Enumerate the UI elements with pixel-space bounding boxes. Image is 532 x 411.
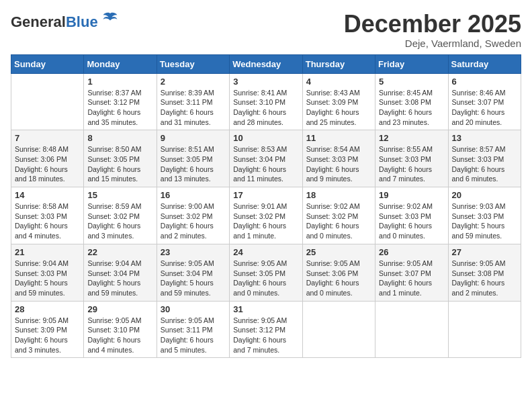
day-info: Sunrise: 9:05 AMSunset: 3:09 PMDaylight:… bbox=[15, 316, 80, 355]
header-wednesday: Wednesday bbox=[230, 54, 302, 73]
day-info: Sunrise: 9:05 AMSunset: 3:07 PMDaylight:… bbox=[379, 259, 444, 298]
day-number: 8 bbox=[87, 133, 152, 143]
day-info: Sunrise: 8:53 AMSunset: 3:04 PMDaylight:… bbox=[233, 144, 298, 184]
day-info: Sunrise: 8:45 AMSunset: 3:08 PMDaylight:… bbox=[379, 88, 444, 128]
day-info: Sunrise: 8:50 AMSunset: 3:05 PMDaylight:… bbox=[87, 144, 152, 184]
logo-blue-text: Blue bbox=[66, 13, 98, 30]
calendar-cell: 31Sunrise: 9:05 AMSunset: 3:12 PMDayligh… bbox=[230, 301, 302, 358]
calendar-cell: 19Sunrise: 9:02 AMSunset: 3:03 PMDayligh… bbox=[375, 187, 448, 244]
calendar-cell: 8Sunrise: 8:50 AMSunset: 3:05 PMDaylight… bbox=[84, 130, 157, 187]
day-info: Sunrise: 8:37 AMSunset: 3:12 PMDaylight:… bbox=[87, 88, 152, 128]
calendar-cell: 13Sunrise: 8:57 AMSunset: 3:03 PMDayligh… bbox=[448, 130, 521, 187]
calendar-week-row: 7Sunrise: 8:48 AMSunset: 3:06 PMDaylight… bbox=[11, 130, 521, 187]
calendar-table: SundayMondayTuesdayWednesdayThursdayFrid… bbox=[11, 54, 521, 359]
day-number: 22 bbox=[87, 247, 152, 257]
calendar-cell: 20Sunrise: 9:03 AMSunset: 3:03 PMDayligh… bbox=[448, 187, 521, 244]
calendar-cell: 27Sunrise: 9:05 AMSunset: 3:08 PMDayligh… bbox=[448, 244, 521, 301]
page-header: GeneralBlue December 2025 Deje, Vaermlan… bbox=[11, 11, 521, 49]
location-subtitle: Deje, Vaermland, Sweden bbox=[344, 38, 521, 49]
calendar-week-row: 21Sunrise: 9:04 AMSunset: 3:03 PMDayligh… bbox=[11, 244, 521, 301]
day-info: Sunrise: 9:05 AMSunset: 3:08 PMDaylight:… bbox=[452, 259, 517, 298]
day-number: 9 bbox=[161, 133, 226, 143]
day-number: 2 bbox=[161, 77, 226, 87]
day-number: 27 bbox=[452, 247, 517, 257]
month-title: December 2025 bbox=[344, 11, 521, 38]
header-monday: Monday bbox=[84, 54, 157, 73]
day-number: 30 bbox=[161, 304, 226, 314]
header-saturday: Saturday bbox=[448, 54, 521, 73]
calendar-cell: 25Sunrise: 9:05 AMSunset: 3:06 PMDayligh… bbox=[302, 244, 375, 301]
day-number: 6 bbox=[452, 77, 517, 87]
calendar-cell: 21Sunrise: 9:04 AMSunset: 3:03 PMDayligh… bbox=[11, 244, 84, 301]
calendar-cell: 30Sunrise: 9:05 AMSunset: 3:11 PMDayligh… bbox=[157, 301, 229, 358]
calendar-week-row: 1Sunrise: 8:37 AMSunset: 3:12 PMDaylight… bbox=[11, 73, 521, 130]
day-info: Sunrise: 8:57 AMSunset: 3:03 PMDaylight:… bbox=[452, 144, 517, 184]
day-info: Sunrise: 9:01 AMSunset: 3:02 PMDaylight:… bbox=[233, 201, 298, 241]
logo-general-text: General bbox=[11, 13, 66, 30]
day-info: Sunrise: 9:05 AMSunset: 3:11 PMDaylight:… bbox=[161, 316, 226, 355]
calendar-cell: 7Sunrise: 8:48 AMSunset: 3:06 PMDaylight… bbox=[11, 130, 84, 187]
header-tuesday: Tuesday bbox=[157, 54, 229, 73]
day-info: Sunrise: 8:43 AMSunset: 3:09 PMDaylight:… bbox=[306, 88, 371, 128]
calendar-cell: 29Sunrise: 9:05 AMSunset: 3:10 PMDayligh… bbox=[84, 301, 157, 358]
calendar-cell: 28Sunrise: 9:05 AMSunset: 3:09 PMDayligh… bbox=[11, 301, 84, 358]
day-number: 10 bbox=[233, 133, 298, 143]
calendar-cell: 16Sunrise: 9:00 AMSunset: 3:02 PMDayligh… bbox=[157, 187, 229, 244]
day-info: Sunrise: 8:46 AMSunset: 3:07 PMDaylight:… bbox=[452, 88, 517, 128]
calendar-cell: 12Sunrise: 8:55 AMSunset: 3:03 PMDayligh… bbox=[375, 130, 448, 187]
day-info: Sunrise: 9:02 AMSunset: 3:03 PMDaylight:… bbox=[379, 201, 444, 241]
day-number: 17 bbox=[233, 190, 298, 200]
day-number: 26 bbox=[379, 247, 444, 257]
day-number: 5 bbox=[379, 77, 444, 87]
day-info: Sunrise: 9:04 AMSunset: 3:03 PMDaylight:… bbox=[15, 259, 80, 298]
day-number: 7 bbox=[15, 133, 80, 143]
day-info: Sunrise: 8:39 AMSunset: 3:11 PMDaylight:… bbox=[161, 88, 226, 128]
calendar-cell bbox=[302, 301, 375, 358]
day-info: Sunrise: 9:03 AMSunset: 3:03 PMDaylight:… bbox=[452, 201, 517, 241]
calendar-cell: 4Sunrise: 8:43 AMSunset: 3:09 PMDaylight… bbox=[302, 73, 375, 130]
day-info: Sunrise: 8:54 AMSunset: 3:03 PMDaylight:… bbox=[306, 144, 371, 184]
calendar-week-row: 14Sunrise: 8:58 AMSunset: 3:03 PMDayligh… bbox=[11, 187, 521, 244]
day-info: Sunrise: 8:48 AMSunset: 3:06 PMDaylight:… bbox=[15, 144, 80, 184]
calendar-cell: 18Sunrise: 9:02 AMSunset: 3:02 PMDayligh… bbox=[302, 187, 375, 244]
day-info: Sunrise: 8:51 AMSunset: 3:05 PMDaylight:… bbox=[161, 144, 226, 184]
calendar-cell: 2Sunrise: 8:39 AMSunset: 3:11 PMDaylight… bbox=[157, 73, 229, 130]
calendar-cell: 11Sunrise: 8:54 AMSunset: 3:03 PMDayligh… bbox=[302, 130, 375, 187]
day-number: 19 bbox=[379, 190, 444, 200]
day-number: 15 bbox=[87, 190, 152, 200]
day-number: 12 bbox=[379, 133, 444, 143]
day-info: Sunrise: 9:05 AMSunset: 3:05 PMDaylight:… bbox=[233, 259, 298, 298]
day-number: 16 bbox=[161, 190, 226, 200]
calendar-cell: 10Sunrise: 8:53 AMSunset: 3:04 PMDayligh… bbox=[230, 130, 302, 187]
calendar-cell: 3Sunrise: 8:41 AMSunset: 3:10 PMDaylight… bbox=[230, 73, 302, 130]
day-number: 24 bbox=[233, 247, 298, 257]
calendar-cell: 15Sunrise: 8:59 AMSunset: 3:02 PMDayligh… bbox=[84, 187, 157, 244]
day-info: Sunrise: 9:05 AMSunset: 3:04 PMDaylight:… bbox=[161, 259, 226, 298]
day-number: 28 bbox=[15, 304, 80, 314]
calendar-cell: 17Sunrise: 9:01 AMSunset: 3:02 PMDayligh… bbox=[230, 187, 302, 244]
day-info: Sunrise: 8:41 AMSunset: 3:10 PMDaylight:… bbox=[233, 88, 298, 128]
day-info: Sunrise: 8:58 AMSunset: 3:03 PMDaylight:… bbox=[15, 201, 80, 241]
day-info: Sunrise: 9:05 AMSunset: 3:12 PMDaylight:… bbox=[233, 316, 298, 355]
day-number: 3 bbox=[233, 77, 298, 87]
header-sunday: Sunday bbox=[11, 54, 84, 73]
header-thursday: Thursday bbox=[302, 54, 375, 73]
calendar-cell: 24Sunrise: 9:05 AMSunset: 3:05 PMDayligh… bbox=[230, 244, 302, 301]
calendar-cell: 6Sunrise: 8:46 AMSunset: 3:07 PMDaylight… bbox=[448, 73, 521, 130]
day-number: 31 bbox=[233, 304, 298, 314]
day-info: Sunrise: 9:04 AMSunset: 3:04 PMDaylight:… bbox=[87, 259, 152, 298]
calendar-cell: 22Sunrise: 9:04 AMSunset: 3:04 PMDayligh… bbox=[84, 244, 157, 301]
day-info: Sunrise: 9:02 AMSunset: 3:02 PMDaylight:… bbox=[306, 201, 371, 241]
day-number: 20 bbox=[452, 190, 517, 200]
calendar-cell bbox=[11, 73, 84, 130]
calendar-cell bbox=[448, 301, 521, 358]
title-block: December 2025 Deje, Vaermland, Sweden bbox=[344, 11, 521, 49]
calendar-week-row: 28Sunrise: 9:05 AMSunset: 3:09 PMDayligh… bbox=[11, 301, 521, 358]
calendar-cell: 1Sunrise: 8:37 AMSunset: 3:12 PMDaylight… bbox=[84, 73, 157, 130]
day-number: 4 bbox=[306, 77, 371, 87]
logo-bird-icon bbox=[102, 11, 118, 27]
header-friday: Friday bbox=[375, 54, 448, 73]
calendar-header-row: SundayMondayTuesdayWednesdayThursdayFrid… bbox=[11, 54, 521, 73]
calendar-cell: 5Sunrise: 8:45 AMSunset: 3:08 PMDaylight… bbox=[375, 73, 448, 130]
calendar-cell: 14Sunrise: 8:58 AMSunset: 3:03 PMDayligh… bbox=[11, 187, 84, 244]
